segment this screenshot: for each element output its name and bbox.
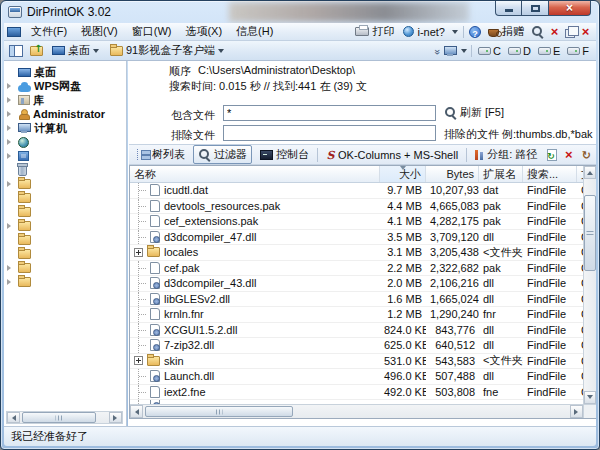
sidebar-item[interactable] [4, 275, 126, 289]
table-row[interactable]: XCGUI1.5.2.dll824.0 KB843,776dllFindFile… [130, 323, 583, 339]
expand-arrow-icon[interactable] [7, 153, 14, 159]
tab-filter[interactable]: 过滤器 [193, 145, 252, 164]
drive-button-d[interactable]: D [506, 45, 533, 57]
drive-button-f[interactable]: F [565, 45, 591, 57]
minimize-button[interactable] [495, 1, 522, 16]
menu-item[interactable]: 窗口(W) [125, 23, 179, 40]
expand-plus-icon[interactable] [134, 356, 143, 365]
sidebar-item-桌面[interactable]: 桌面 [4, 65, 126, 79]
tab-tree-list[interactable]: 树列表 [132, 145, 190, 164]
column-header-size[interactable]: 大小 [380, 166, 426, 182]
scroll-right-button[interactable] [570, 405, 583, 418]
help-icon[interactable] [469, 26, 481, 38]
sidebar-item-wps网盘[interactable]: WPS网盘 [4, 79, 126, 93]
location-dropdown[interactable]: 桌面 [50, 43, 101, 58]
title-bar[interactable]: DirPrintOK 3.02 × [1, 1, 599, 23]
scroll-left-button[interactable] [7, 412, 20, 423]
table-row[interactable]: locales3.1 MB3,205,438<文件夹>FindFileC: [130, 245, 583, 261]
menu-item[interactable]: 选项(X) [178, 23, 229, 40]
drive-button-e[interactable]: E [536, 45, 562, 57]
table-row[interactable]: devtools_resources.pak4.4 MB4,665,083pak… [130, 199, 583, 215]
table-row[interactable]: libGLESv2.dll1.6 MB1,665,024dllFindFileC… [130, 292, 583, 308]
scroll-left-button[interactable] [130, 405, 143, 418]
table-row[interactable]: d3dcompiler_47.dll3.5 MB3,709,120dllFind… [130, 230, 583, 246]
table-row[interactable]: 7-zip32.dll625.0 KB640,512dllFindFileC: [130, 338, 583, 354]
table-row[interactable]: cef_extensions.pak4.1 MB4,282,175pakFind… [130, 214, 583, 230]
expand-arrow-icon[interactable] [7, 139, 14, 145]
expand-arrow-icon[interactable] [7, 83, 14, 89]
close-button[interactable]: × [549, 1, 591, 16]
up-folder-icon[interactable] [30, 46, 43, 56]
sidebar-horizontal-scrollbar[interactable] [6, 411, 123, 424]
expand-arrow-icon[interactable] [7, 125, 14, 131]
clear-search-icon[interactable] [549, 26, 560, 37]
scroll-down-button[interactable] [584, 391, 596, 404]
sidebar-item-administrator[interactable]: Administrator [4, 107, 126, 121]
chevron-down-icon[interactable] [461, 49, 467, 56]
inet-caret-icon[interactable] [452, 30, 458, 37]
table-row[interactable]: krnln.fnr1.2 MB1,290,240fnrFindFileC: [130, 307, 583, 323]
maximize-button[interactable] [522, 1, 549, 16]
app-menu-icon[interactable] [7, 27, 21, 37]
menu-item[interactable]: 视图(V) [74, 23, 125, 40]
expand-arrow-icon[interactable] [7, 181, 14, 187]
tab-console[interactable]: 控制台 [255, 145, 314, 164]
cascade-windows-icon[interactable] [565, 29, 575, 38]
scroll-right-button[interactable] [109, 412, 122, 423]
refresh-button[interactable]: 刷新 [F5] [444, 105, 504, 120]
sidebar-item-计算机[interactable]: 计算机 [4, 121, 126, 135]
expand-arrow-icon[interactable] [7, 111, 14, 117]
sidebar-item[interactable] [4, 233, 126, 247]
sidebar-item[interactable] [4, 149, 126, 163]
table-row[interactable]: Launch.dll496.0 KB507,488dllFindFileC: [130, 369, 583, 385]
sidebar-item-库[interactable]: 库 [4, 93, 126, 107]
sidebar-item[interactable] [4, 219, 126, 233]
redo-icon[interactable] [580, 149, 592, 161]
search-icon[interactable] [531, 25, 544, 38]
vertical-scrollbar[interactable] [583, 166, 596, 404]
expand-arrow-icon[interactable] [7, 279, 14, 285]
horizontal-scrollbar[interactable] [130, 404, 583, 418]
folder-dropdown[interactable]: 91影视盒子客户端 [108, 43, 226, 58]
table-row[interactable]: cef.pak2.2 MB2,322,682pakFindFileC: [130, 261, 583, 277]
scroll-up-button[interactable] [584, 166, 596, 179]
sidebar-item[interactable] [4, 163, 126, 177]
table-row[interactable]: icudtl.dat9.7 MB10,207,936datFindFileC: [130, 183, 583, 199]
inet-dropdown[interactable]: i-net? [401, 26, 447, 38]
drive-button-c[interactable]: C [476, 45, 503, 57]
menu-item[interactable]: 信息(H) [229, 23, 280, 40]
sidebar-item[interactable] [4, 247, 126, 261]
scrollbar-thumb[interactable] [22, 412, 96, 423]
sidebar-item[interactable] [4, 177, 126, 191]
close-view-icon[interactable] [580, 26, 591, 37]
computer-icon[interactable] [444, 46, 457, 56]
table-row[interactable]: d3dcompiler_43.dll2.0 MB2,106,216dllFind… [130, 276, 583, 292]
refresh-list-icon[interactable] [547, 149, 557, 161]
include-files-input[interactable] [223, 105, 436, 121]
donate-button[interactable]: 捐赠 [486, 24, 526, 39]
column-header-search[interactable]: 搜索... [523, 166, 577, 182]
table-row[interactable]: iext2.fne492.0 KB503,808fneFindFileC: [130, 385, 583, 401]
sidebar-item[interactable] [4, 191, 126, 205]
clear-list-icon[interactable] [563, 149, 574, 160]
exclude-files-input[interactable] [223, 125, 436, 141]
column-header-ext[interactable]: 扩展名 [479, 166, 523, 182]
tab-group[interactable]: 分组: 路径 [470, 145, 542, 164]
menu-item[interactable]: 文件(F) [24, 23, 74, 40]
sidebar-item[interactable] [4, 205, 126, 219]
column-header-name[interactable]: 名称 [130, 166, 380, 182]
sidebar-item[interactable] [4, 261, 126, 275]
scrollbar-thumb[interactable] [584, 195, 596, 271]
column-header-bytes[interactable]: Bytes [426, 166, 479, 182]
overflow-chevron-icon[interactable] [434, 45, 440, 57]
sidebar-item[interactable] [4, 135, 126, 149]
panel-toggle-icon[interactable] [9, 45, 23, 57]
expand-arrow-icon[interactable] [7, 265, 14, 271]
tab-ok-columns[interactable]: OK-Columns + MS-Shell [321, 147, 463, 163]
expand-plus-icon[interactable] [134, 248, 143, 257]
table-row[interactable]: skin531.0 KB543,583<文件夹>FindFileC: [130, 354, 583, 370]
expand-arrow-icon[interactable] [7, 97, 14, 103]
print-button[interactable]: 打印 [353, 24, 396, 39]
expand-arrow-icon[interactable] [7, 223, 14, 229]
scrollbar-thumb[interactable] [145, 406, 293, 417]
